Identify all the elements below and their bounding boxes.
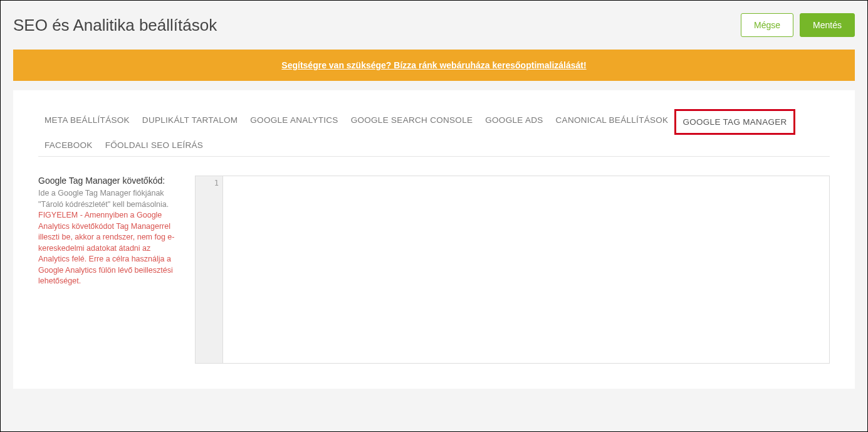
gtm-row: Google Tag Manager követőkód: Ide a Goog… [38,176,830,364]
tab-google-ads[interactable]: GOOGLE ADS [479,109,549,134]
gtm-label: Google Tag Manager követőkód: [38,176,182,186]
alert-bar: Segítségre van szüksége? Bízza ránk webá… [13,50,855,81]
gtm-editor-col: 1 [195,176,830,364]
gtm-label-col: Google Tag Manager követőkód: Ide a Goog… [38,176,195,287]
page-header: SEO és Analitika beállítások Mégse Menté… [1,1,867,50]
alert-link[interactable]: Segítségre van szüksége? Bízza ránk webá… [281,60,586,70]
tab-facebook[interactable]: FACEBOOK [38,134,99,156]
code-editor: 1 [195,176,830,364]
tabs-container: META BEÁLLÍTÁSOK DUPLIKÁLT TARTALOM GOOG… [38,109,830,157]
gtm-warning: FIGYELEM - Amennyiben a Google Analytics… [38,210,182,287]
gtm-code-textarea[interactable] [223,176,829,363]
tab-search-console[interactable]: GOOGLE SEARCH CONSOLE [345,109,479,134]
tab-homepage-seo[interactable]: FŐOLDALI SEO LEÍRÁS [99,134,210,156]
settings-card: META BEÁLLÍTÁSOK DUPLIKÁLT TARTALOM GOOG… [13,90,855,389]
tab-analytics[interactable]: GOOGLE ANALYTICS [244,109,344,134]
cancel-button[interactable]: Mégse [741,13,793,37]
save-button[interactable]: Mentés [800,13,855,37]
line-number: 1 [196,179,219,187]
header-buttons: Mégse Mentés [741,13,855,37]
page-title: SEO és Analitika beállítások [13,16,217,35]
editor-gutter: 1 [196,176,223,363]
tab-duplicate[interactable]: DUPLIKÁLT TARTALOM [136,109,244,134]
tab-meta[interactable]: META BEÁLLÍTÁSOK [38,109,136,134]
tab-canonical[interactable]: CANONICAL BEÁLLÍTÁSOK [550,109,675,134]
tab-gtm[interactable]: GOOGLE TAG MANAGER [674,109,795,135]
gtm-description: Ide a Google Tag Manager fiókjának "Táro… [38,188,182,210]
